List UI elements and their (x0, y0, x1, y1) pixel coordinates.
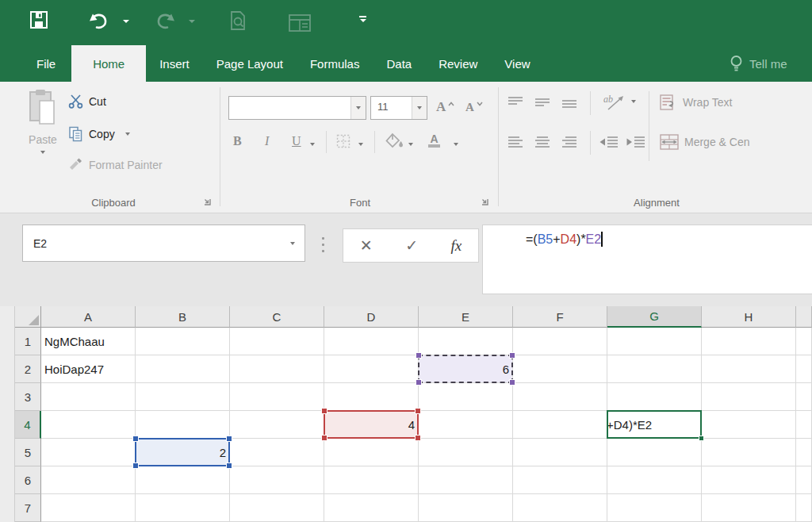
underline-button[interactable]: U (292, 134, 301, 148)
row-header-3[interactable]: 3 (15, 383, 41, 411)
enter-button[interactable]: ✓ (405, 236, 418, 255)
formula-input[interactable]: =(B5+D4)*E2 (482, 225, 812, 294)
borders-dropdown[interactable] (358, 143, 363, 146)
customize-qat-button[interactable] (359, 16, 366, 22)
tell-me-box[interactable]: Tell me (730, 45, 812, 82)
underline-dropdown[interactable] (310, 143, 315, 146)
align-middle-button[interactable] (534, 96, 550, 109)
cell-F5[interactable] (513, 439, 607, 466)
row-header-2[interactable]: 2 (15, 355, 41, 383)
cell-E4[interactable] (419, 411, 513, 439)
formula-bar-drag-handle[interactable] (322, 237, 324, 252)
cell-G7[interactable] (607, 494, 702, 522)
increase-font-size-button[interactable]: A (436, 99, 454, 115)
format-painter-button[interactable]: Format Painter (68, 158, 163, 172)
wrap-text-button[interactable]: Wrap Text (660, 94, 733, 110)
tab-review[interactable]: Review (425, 45, 491, 82)
cut-button[interactable]: Cut (68, 94, 106, 109)
cell-G4[interactable]: +D4)*E2 (607, 411, 702, 439)
cell-H2[interactable] (702, 355, 796, 383)
cell-G5[interactable] (607, 439, 702, 466)
cell-A2[interactable]: HoiDap247 (41, 355, 136, 383)
cell-A3[interactable] (41, 383, 136, 411)
borders-button[interactable] (336, 134, 350, 148)
cell-F7[interactable] (513, 494, 607, 522)
cell-B7[interactable] (136, 494, 230, 522)
font-name-dropdown[interactable] (350, 97, 366, 119)
column-header-D[interactable]: D (324, 306, 419, 328)
orientation-dropdown[interactable] (631, 100, 636, 103)
align-right-button[interactable] (561, 136, 577, 148)
row-header-5[interactable]: 5 (15, 439, 41, 466)
cell-H3[interactable] (702, 383, 796, 411)
cell-B2[interactable] (136, 355, 230, 383)
tab-page-layout[interactable]: Page Layout (203, 45, 297, 82)
column-header-C[interactable]: C (230, 306, 324, 328)
cell-A1[interactable]: NgMChaau (41, 328, 136, 355)
font-size-combobox[interactable]: 11 (370, 96, 427, 120)
tab-file[interactable]: File (21, 45, 71, 82)
row-header-7[interactable]: 7 (15, 494, 41, 522)
cell-G2[interactable] (607, 355, 702, 383)
cell-C2[interactable] (230, 355, 324, 383)
clipboard-dialog-launcher[interactable] (203, 198, 213, 207)
name-box[interactable]: E2 (22, 225, 305, 262)
cell-D4[interactable]: 4 (324, 411, 419, 439)
undo-dropdown[interactable] (123, 20, 129, 23)
cell-D6[interactable] (324, 466, 419, 494)
cell-C5[interactable] (230, 439, 324, 466)
cell-C3[interactable] (230, 383, 324, 411)
row-header-6[interactable]: 6 (15, 466, 41, 494)
font-dialog-launcher[interactable] (481, 198, 490, 207)
cell-C6[interactable] (230, 466, 324, 494)
redo-button[interactable] (155, 13, 177, 30)
name-box-dropdown[interactable] (281, 242, 304, 245)
cell-A4[interactable] (41, 411, 136, 439)
cancel-button[interactable]: ✕ (360, 236, 373, 255)
cell-F4[interactable] (513, 411, 607, 439)
row-header-4[interactable]: 4 (15, 411, 41, 439)
cell-A5[interactable] (41, 439, 136, 466)
fill-color-dropdown[interactable] (408, 143, 413, 146)
italic-button[interactable]: I (265, 134, 269, 148)
column-header-G[interactable]: G (607, 306, 702, 328)
select-all-corner[interactable] (15, 306, 41, 328)
copy-button[interactable]: Copy (68, 126, 130, 142)
cell-B5[interactable]: 2 (136, 439, 230, 466)
align-bottom-button[interactable] (561, 96, 577, 109)
column-header-B[interactable]: B (136, 306, 230, 328)
cell-D7[interactable] (324, 494, 419, 522)
cell-H5[interactable] (702, 439, 796, 466)
orientation-button[interactable]: ab (603, 91, 626, 112)
quick-form-button[interactable] (288, 13, 312, 33)
font-color-button[interactable]: A (428, 134, 440, 148)
cell-E1[interactable] (419, 328, 513, 355)
tab-view[interactable]: View (491, 45, 543, 82)
tab-data[interactable]: Data (373, 45, 425, 82)
bold-button[interactable]: B (233, 134, 242, 148)
merge-center-button[interactable]: Merge & Cen (660, 134, 749, 150)
column-header-H[interactable]: H (702, 306, 796, 328)
align-top-button[interactable] (508, 96, 523, 109)
paste-button[interactable]: Paste (21, 88, 65, 154)
column-header-A[interactable]: A (41, 306, 136, 328)
cell-F3[interactable] (513, 383, 607, 411)
column-header-E[interactable]: E (419, 306, 513, 328)
cell-F1[interactable] (513, 328, 607, 355)
cell-D5[interactable] (324, 439, 419, 466)
cell-E6[interactable] (419, 466, 513, 494)
save-button[interactable] (29, 10, 49, 30)
print-preview-button[interactable] (228, 10, 248, 33)
undo-button[interactable] (87, 13, 109, 30)
column-header-F[interactable]: F (513, 306, 607, 328)
increase-indent-button[interactable] (626, 136, 645, 148)
font-color-dropdown[interactable] (454, 143, 458, 146)
cell-C1[interactable] (230, 328, 324, 355)
cell-B1[interactable] (136, 328, 230, 355)
cell-G1[interactable] (607, 328, 702, 355)
align-left-button[interactable] (508, 136, 523, 148)
cell-G3[interactable] (607, 383, 702, 411)
cell-A7[interactable] (41, 494, 136, 522)
font-name-combobox[interactable] (228, 96, 366, 120)
cell-D3[interactable] (324, 383, 419, 411)
